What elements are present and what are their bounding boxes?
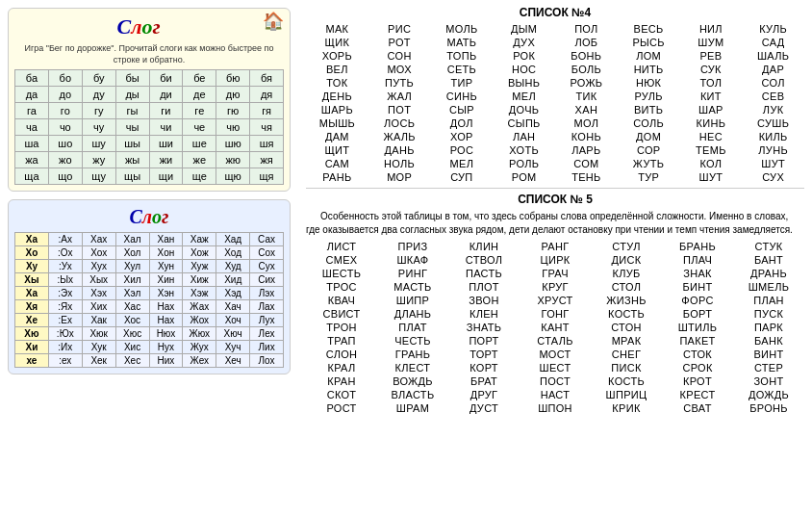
syllable-cell: Хах	[82, 233, 115, 246]
syllable-cell: Хюк	[82, 327, 115, 341]
list4-word: ВИТЬ	[618, 103, 680, 116]
list4-word: СЕВ	[742, 90, 804, 103]
syllable-cell: ди	[149, 87, 183, 103]
list4-word: МЫШЬ	[306, 116, 368, 130]
list5-word: ГРАНЬ	[377, 348, 448, 361]
list5-word: СТАЛЬ	[520, 334, 591, 348]
card-top: Слог 🏠 Игра "Бег по дорожке". Прочитай с…	[8, 8, 291, 192]
list4-word: ШАРЬ	[306, 103, 368, 116]
syllable-cell: Хюс	[115, 327, 149, 341]
list4-title: СПИСОК №4	[306, 6, 804, 19]
syllable-cell: Нах	[149, 314, 183, 327]
syllable-cell: бо	[48, 70, 82, 87]
list4-word: ТИК	[555, 90, 618, 103]
list5-word: СНЕГ	[591, 348, 662, 361]
list4-word: ШУМ	[680, 36, 743, 49]
syllable-cell: Хон	[149, 246, 183, 260]
syllable-cell: Хал	[115, 233, 149, 246]
syllable-cell: Жух	[183, 341, 216, 354]
syllable-cell: Сих	[250, 273, 284, 287]
syllable-cell: бы	[115, 70, 149, 87]
list5-word: ШМЕЛЬ	[733, 280, 804, 294]
list5-word: ДРАНЬ	[733, 267, 804, 280]
syllable-cell: гы	[115, 103, 149, 119]
list4-word: СУХ	[742, 170, 804, 184]
list5-word: КРОТ	[662, 374, 733, 388]
list5-word: ДИСК	[591, 253, 662, 267]
list5-word: ПУСК	[733, 307, 804, 321]
list4-word: ЖАЛ	[368, 90, 431, 103]
syllable-cell: Хюч	[216, 327, 250, 341]
syllable-cell: Хос	[115, 314, 149, 327]
list4-word: СОЛ	[742, 76, 804, 90]
list4-word: ЛОБ	[555, 36, 618, 49]
list5-word: БАНТ	[733, 253, 804, 267]
list5-word: СТОН	[591, 321, 662, 334]
list4-word: ТЕНЬ	[555, 170, 618, 184]
syllable-cell: Жох	[183, 314, 216, 327]
syllable-cell: Лох	[250, 354, 284, 368]
list5-word: БАНК	[733, 334, 804, 348]
bottom-syllable-table: Ха:АхХахХалХанХажХадСахХо:ОхХохХолХонХож…	[14, 232, 284, 368]
list5-word: БИНТ	[662, 280, 733, 294]
list4-word: ДЕНЬ	[306, 90, 368, 103]
syllable-cell: Хид	[216, 273, 250, 287]
list4-word: РОС	[431, 143, 494, 157]
syllable-cell: ше	[183, 136, 216, 152]
list4-word: ТЕМЬ	[680, 143, 743, 157]
list5-word: ПОРТ	[448, 334, 520, 348]
list5-grid: ЛИСТПРИЗКЛИНРАНГСТУЛБРАНЬСТУКСМЕХШКАФСТВ…	[306, 240, 804, 415]
list4-word: ПОТ	[368, 103, 431, 116]
list4-word: САД	[742, 36, 804, 49]
syllable-cell: :Их	[48, 341, 82, 354]
syllable-cell: Ха	[15, 233, 49, 246]
syllable-cell: жи	[149, 152, 183, 168]
syllable-cell: Хых	[82, 273, 115, 287]
syllable-cell: ды	[115, 87, 149, 103]
syllable-cell: бя	[250, 70, 284, 87]
syllable-cell: жу	[82, 152, 115, 168]
list4-word: МЕЛ	[493, 90, 555, 103]
list5-word: ТОРТ	[448, 348, 520, 361]
syllable-cell: Хэн	[149, 287, 183, 300]
list5-word: КРУГ	[520, 280, 591, 294]
syllable-cell: Хи	[15, 341, 49, 354]
list5-word: ШРАМ	[377, 401, 448, 415]
list5-word: ШПОН	[520, 401, 591, 415]
list4-word: МОХ	[368, 63, 431, 76]
syllable-cell: шя	[250, 136, 284, 152]
syllable-cell: :ех	[48, 354, 82, 368]
syllable-cell: Нах	[149, 300, 183, 314]
list4-word: РУЛЬ	[618, 90, 680, 103]
syllable-cell: Хес	[115, 354, 149, 368]
syllable-cell: да	[15, 87, 49, 103]
list5-word: БРОНЬ	[733, 401, 804, 415]
list5-word: БРАТ	[448, 374, 520, 388]
list5-word: ДЛАНЬ	[377, 307, 448, 321]
list5-word: ЦИРК	[520, 253, 591, 267]
list5-word: КРАЛ	[306, 361, 377, 374]
list4-word: СИНЬ	[431, 90, 494, 103]
syllable-cell: Хоч	[216, 314, 250, 327]
list5-word: ХРУСТ	[520, 294, 591, 307]
list5-word: СТЕР	[733, 361, 804, 374]
list5-desc: Особенность этой таблицы в том, что здес…	[306, 210, 804, 236]
syllable-cell: шу	[82, 136, 115, 152]
syllable-cell: ба	[15, 70, 49, 87]
syllable-cell: ги	[149, 103, 183, 119]
syllable-cell: Жех	[183, 354, 216, 368]
syllable-cell: Ху	[15, 260, 49, 273]
list5-word: ПАСТЬ	[448, 267, 520, 280]
list4-word: КИТ	[680, 90, 743, 103]
list4-word: ДОМ	[618, 130, 680, 143]
list4-word: ТОК	[306, 76, 368, 90]
list5-word: ЖИЗНЬ	[591, 294, 662, 307]
syllable-cell: Хуж	[183, 260, 216, 273]
list4-word: ЛУНЬ	[742, 143, 804, 157]
list4-word: ЖАЛЬ	[368, 130, 431, 143]
list5-word: СВИСТ	[306, 307, 377, 321]
list4-word: РИС	[368, 22, 431, 36]
list5-word: СКОТ	[306, 388, 377, 401]
syllable-cell: Хан	[149, 233, 183, 246]
list4-word: МОР	[368, 170, 431, 184]
